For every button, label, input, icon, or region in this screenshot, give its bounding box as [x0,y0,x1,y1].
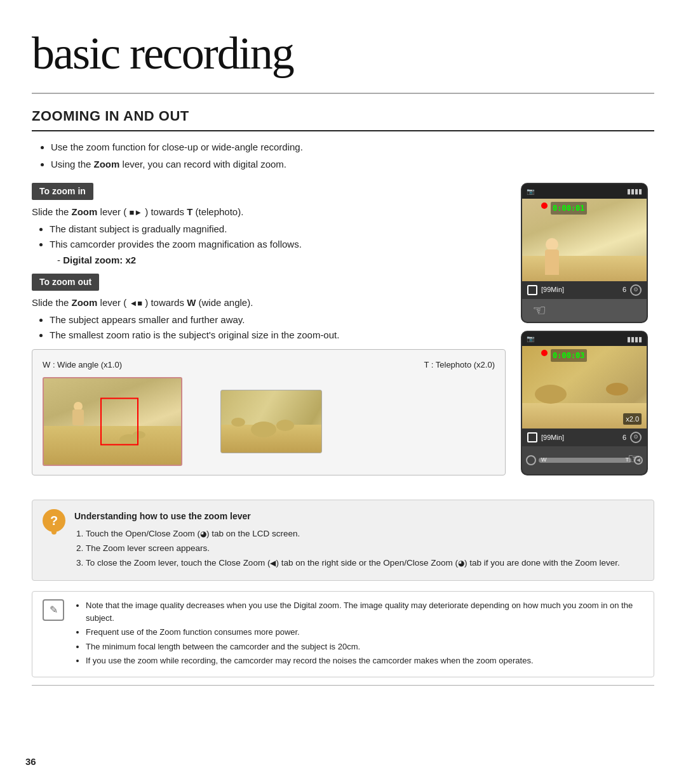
hand-icon-2: ☞ [628,448,640,469]
tip-step-2: The Zoom lever screen appears. [86,542,643,555]
cam-num-2: 6 [622,432,626,443]
tip-content: Understanding how to use the zoom lever … [74,509,643,571]
zoom-slider-track: W T [539,458,631,463]
cam-image-area-2: 0:00:03 x2.0 [522,346,647,429]
cam-battery-2: ▮▮▮▮ [627,334,642,345]
left-column: To zoom in Slide the Zoom lever ( ■► ) t… [32,183,506,487]
zoom-in-bullet-2: This camcorder provides the zoom magnifi… [50,237,506,252]
zoom-in-bullet-1: The distant subject is gradually magnifi… [50,222,506,237]
hand-icon-1: ☞ [532,299,546,322]
right-column: 📷 ▮▮▮▮ 0:00:01 [99Min] 6 ⚙ ☞ [521,183,654,487]
zoom-inner-rect [100,398,138,446]
cam-battery-1: ▮▮▮▮ [627,186,642,197]
cam-settings-icon-1: ⚙ [630,284,642,296]
rec-dot-2 [541,350,548,356]
tip-step-3: To close the Zoom lever, touch the Close… [86,557,643,569]
time-display-2: 0:00:03 [551,349,587,362]
zoom-tele-image [220,390,322,453]
zoom-out-label: To zoom out [32,274,99,291]
cam-zoom-bar: W T ◀ ☞ [522,446,647,474]
intro-bullet-1: Use the zoom function for close-up or wi… [51,140,654,155]
cam-image-area-1: 0:00:01 [522,199,647,281]
page-number: 36 [25,755,36,769]
zoom-in-section: To zoom in Slide the Zoom lever ( ■► ) t… [32,183,506,267]
zoom-search-icon [526,455,536,465]
tip-steps: Touch the Open/Close Zoom (◕) tab on the… [86,528,643,570]
section-heading: ZOOMING IN AND OUT [32,105,654,131]
zoom-badge: x2.0 [623,413,642,425]
tip-box: ? Understanding how to use the zoom leve… [32,500,654,581]
zoom-out-body: Slide the Zoom lever ( ◄■ ) towards W (w… [32,296,506,343]
zoom-diagram-images [43,377,495,466]
zoom-out-section: To zoom out Slide the Zoom lever ( ◄■ ) … [32,274,506,343]
time-display-1: 0:00:01 [551,202,587,215]
cam-hand-area-1: ☞ [522,299,647,322]
note-content: Note that the image quality decreases wh… [73,599,643,669]
page-title: basic recording [32,19,654,94]
cam-icon-left-1: 📷 [527,187,534,196]
zoom-slider-w: W [541,456,547,465]
cam-top-bar-1: 📷 ▮▮▮▮ [522,184,647,199]
note-icon [43,599,64,621]
zoom-out-bullet-2: The smallest zoom ratio is the subject's… [50,328,506,343]
zoom-diagram-labels: W : Wide angle (x1.0) T : Telephoto (x2.… [43,359,495,371]
note-bullet-1: Note that the image quality decreases wh… [86,599,643,624]
intro-bullets: Use the zoom function for close-up or wi… [51,140,654,171]
cam-icon-left-2: 📷 [527,334,534,343]
bottom-rule [32,685,654,686]
zoom-in-body: Slide the Zoom lever ( ■► ) towards T (t… [32,205,506,267]
cam-record-btn-1 [527,285,537,295]
cam-top-bar-2: 📷 ▮▮▮▮ [522,332,647,347]
cam-settings-icon-2: ⚙ [630,432,642,443]
cam-bottom-bar-2: [99Min] 6 ⚙ [522,429,647,446]
cam-num-1: 6 [622,284,626,295]
zoom-diagram-box: W : Wide angle (x1.0) T : Telephoto (x2.… [32,349,506,476]
note-bullet-2: Frequent use of the Zoom function consum… [86,626,643,639]
rec-dot-1 [541,203,548,209]
tip-icon: ? [43,509,65,532]
cam-time-info-2: [99Min] [541,432,619,443]
camera-screen-top: 📷 ▮▮▮▮ 0:00:01 [99Min] 6 ⚙ ☞ [521,183,648,323]
cam-record-btn-2 [527,432,537,442]
camera-screen-bottom: 📷 ▮▮▮▮ 0:00:03 x2.0 [99Min] 6 ⚙ W [521,331,648,476]
main-layout: To zoom in Slide the Zoom lever ( ■► ) t… [32,183,654,487]
cam-time-info-1: [99Min] [541,284,619,295]
tip-heading: Understanding how to use the zoom lever [74,511,251,521]
zoom-out-bullet-1: The subject appears smaller and further … [50,313,506,328]
zoom-in-label: To zoom in [32,183,93,200]
cam-bottom-bar-1: [99Min] 6 ⚙ [522,281,647,299]
note-box: Note that the image quality decreases wh… [32,591,654,677]
intro-bullet-2: Using the Zoom lever, you can record wit… [51,157,654,172]
child-art-wide [69,402,88,430]
zoom-wide-image [43,377,182,466]
tip-step-1: Touch the Open/Close Zoom (◕) tab on the… [86,528,643,540]
zoom-in-digital-zoom: - Digital zoom: x2 [57,253,506,268]
child-figure-1 [535,224,570,275]
note-bullet-3: The minimum focal length between the cam… [86,641,643,653]
tele-label: T : Telephoto (x2.0) [424,359,495,371]
wide-angle-label: W : Wide angle (x1.0) [43,359,122,371]
note-bullet-4: If you use the zoom while recording, the… [86,654,643,667]
